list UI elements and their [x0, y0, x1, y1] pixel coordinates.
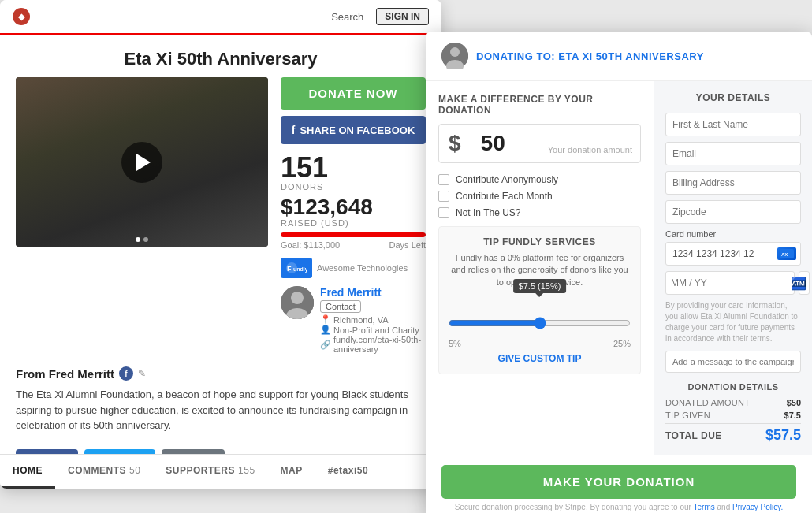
tab-comments[interactable]: COMMENTS 50	[55, 455, 153, 489]
campaign-video[interactable]	[16, 77, 268, 247]
first-last-input[interactable]	[665, 113, 801, 136]
owner-avatar	[281, 286, 314, 319]
video-dot-1	[136, 237, 140, 242]
privacy-link[interactable]: Privacy Policy.	[732, 503, 783, 511]
navbar: ◆ Search SIGN IN	[0, 0, 441, 35]
app-logo: ◆	[13, 8, 30, 25]
tip-given-label: TIP GIVEN	[665, 411, 710, 420]
edit-icon[interactable]: ✎	[138, 368, 146, 379]
goal-days-row: Goal: $113,000 Days Left	[281, 240, 426, 250]
tab-home[interactable]: HOME	[0, 455, 55, 489]
modal-body: MAKE A DIFFERENCE BY YOUR DONATION $ 50 …	[426, 81, 812, 455]
tip-max: 25%	[613, 339, 631, 348]
email-input[interactable]	[665, 142, 801, 165]
owner-contact-button[interactable]: Contact	[320, 300, 361, 313]
from-facebook-icon: f	[119, 366, 133, 381]
your-details-title: YOUR DETAILS	[665, 92, 801, 103]
donation-amount-row: $ 50 Your donation amount	[438, 124, 641, 163]
owner-name: Fred Merritt	[320, 286, 426, 299]
terms-link[interactable]: Terms	[694, 503, 715, 511]
make-donation-button[interactable]: MAKE YOUR DONATION	[441, 465, 796, 499]
category-icon: 👤	[320, 325, 331, 335]
make-donation-bar: MAKE YOUR DONATION Secure donation proce…	[426, 455, 812, 513]
tab-map[interactable]: MAP	[268, 455, 315, 489]
amount-label: Your donation amount	[540, 139, 640, 162]
facebook-icon: f	[292, 124, 296, 136]
search-link[interactable]: Search	[331, 11, 363, 23]
video-dots	[136, 237, 148, 242]
tip-slider[interactable]	[449, 317, 631, 329]
tip-title: TIP FUNDLY SERVICES	[449, 236, 631, 247]
campaign-owner: Fred Merritt Contact 📍 Richmond, VA 👤 No…	[281, 286, 426, 354]
billing-input[interactable]	[665, 171, 801, 195]
svg-text:undly: undly	[293, 266, 307, 273]
expiry-cvc-row: 🏧	[665, 271, 801, 295]
amount-value: 50	[471, 125, 540, 162]
fundly-row: F undly Awesome Technologies	[281, 258, 426, 278]
content-area: DONATE NOW f SHARE ON FACEBOOK 151 DONOR…	[0, 77, 441, 354]
tip-min: 5%	[449, 339, 461, 348]
raised-amount: $123,648	[281, 196, 426, 218]
svg-text:AX: AX	[781, 252, 788, 257]
campaign-message-input[interactable]	[665, 351, 801, 373]
facebook-btn-label: SHARE ON FACEBOOK	[300, 125, 415, 136]
donation-modal: DONATING TO: ETA XI 50TH ANNIVERSARY MAK…	[426, 32, 812, 513]
owner-link[interactable]: 🔗 fundly.com/eta-xi-50th-anniversary	[320, 335, 426, 354]
link-icon: 🔗	[320, 340, 331, 350]
goal-text: Goal: $113,000	[281, 240, 340, 250]
monthly-label: Contribute Each Month	[456, 191, 553, 202]
from-header: From Fred Merritt f ✎	[16, 366, 426, 381]
main-window: ◆ Search SIGN IN Eta Xi 50th Anniversary…	[0, 0, 441, 489]
zipcode-input[interactable]	[665, 200, 801, 224]
donate-button[interactable]: DONATE NOW	[281, 77, 426, 110]
signin-button[interactable]: SIGN IN	[376, 8, 429, 25]
progress-bar-fill	[281, 232, 426, 237]
modal-title: DONATING TO: ETA XI 50TH ANNIVERSARY	[476, 50, 704, 62]
facebook-share-button[interactable]: f SHARE ON FACEBOOK	[281, 116, 426, 144]
progress-bar-container	[281, 232, 426, 237]
secure-text: Secure donation processing by Stripe. By…	[441, 503, 796, 511]
tip-section: TIP FUNDLY SERVICES Fundly has a 0% plat…	[438, 226, 641, 374]
checkbox-monthly: Contribute Each Month	[438, 191, 641, 202]
owner-info: Fred Merritt Contact 📍 Richmond, VA 👤 No…	[320, 286, 426, 354]
donated-amount-value: $50	[787, 398, 801, 407]
navbar-right: Search SIGN IN	[331, 8, 429, 25]
give-custom-tip[interactable]: GIVE CUSTOM TIP	[449, 353, 631, 364]
donors-count: 151	[281, 154, 426, 182]
svg-point-4	[291, 292, 304, 304]
tip-given-value: $7.5	[784, 411, 801, 420]
cvc-wrapper: 🏧	[799, 271, 810, 295]
card-number-row: AX	[665, 242, 801, 266]
video-dot-2	[143, 237, 148, 242]
total-row: TOTAL DUE $57.5	[665, 423, 801, 444]
total-due-label: TOTAL DUE	[665, 430, 722, 441]
checkbox-nonus: Not In The US?	[438, 207, 641, 218]
tab-supporters[interactable]: SUPPORTERS 155	[153, 455, 267, 489]
fundly-subtext: Awesome Technologies	[317, 263, 408, 273]
tab-hashtag[interactable]: #etaxi50	[315, 455, 381, 489]
svg-point-7	[450, 47, 460, 57]
donors-label: DONORS	[281, 182, 426, 191]
monthly-checkbox[interactable]	[438, 191, 449, 202]
card-terms: By providing your card information, you …	[665, 300, 801, 344]
nonus-checkbox[interactable]	[438, 207, 449, 218]
card-number-label: Card number	[665, 229, 801, 239]
svg-text:F: F	[287, 265, 292, 273]
make-difference-title: MAKE A DIFFERENCE BY YOUR DONATION	[438, 94, 641, 116]
modal-left-panel: MAKE A DIFFERENCE BY YOUR DONATION $ 50 …	[426, 81, 654, 455]
video-background	[16, 77, 268, 247]
supporters-count: 155	[238, 465, 255, 476]
owner-location: 📍 Richmond, VA	[320, 314, 426, 325]
fundly-logo: F undly	[281, 258, 312, 278]
from-section: From Fred Merritt f ✎ The Eta Xi Alumni …	[0, 354, 441, 440]
expiry-input[interactable]	[665, 271, 795, 295]
sidebar-stats: DONATE NOW f SHARE ON FACEBOOK 151 DONOR…	[281, 77, 426, 354]
anonymous-checkbox[interactable]	[438, 174, 449, 185]
donated-amount-label: DONATED AMOUNT	[665, 398, 750, 407]
video-play-button[interactable]	[121, 142, 162, 183]
tip-range-labels: 5% 25%	[449, 339, 631, 348]
donation-details-title: DONATION DETAILS	[665, 382, 801, 392]
bottom-tabs: HOME COMMENTS 50 SUPPORTERS 155 MAP #eta…	[0, 454, 441, 489]
cvc-card-icon: 🏧	[791, 276, 806, 291]
from-title: From Fred Merritt	[16, 367, 114, 381]
